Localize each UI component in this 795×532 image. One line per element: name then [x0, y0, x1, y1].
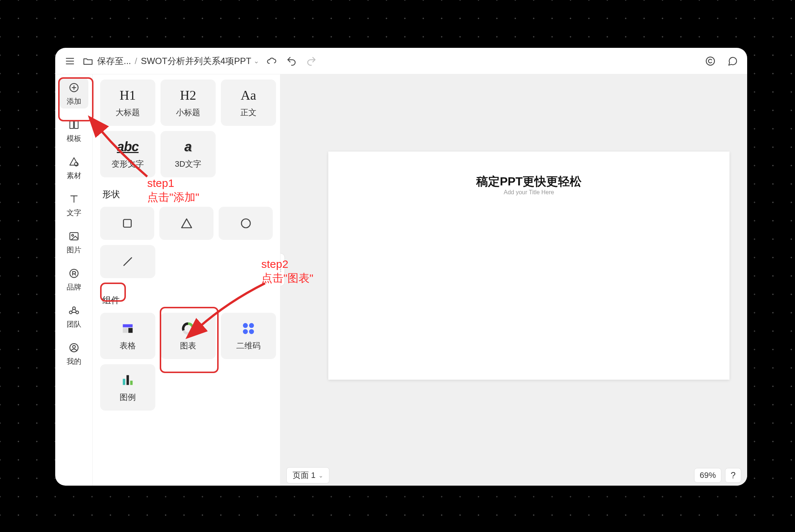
- topbar: 保存至... / SWOT分析并列关系4项PPT ⌄: [55, 48, 747, 74]
- cloud-sync-button[interactable]: [264, 54, 279, 68]
- chevron-left-icon: ‹: [280, 266, 282, 274]
- legend-icon: [120, 372, 135, 388]
- svg-point-21: [241, 219, 250, 228]
- card-chart[interactable]: 图表: [160, 313, 216, 359]
- comment-button[interactable]: [725, 54, 740, 68]
- zoom-label: 69%: [700, 471, 716, 480]
- svg-point-27: [243, 323, 248, 328]
- svg-point-3: [706, 57, 715, 65]
- svg-point-19: [73, 345, 75, 348]
- aa-icon: Aa: [241, 87, 256, 103]
- hamburger-icon: [64, 56, 75, 67]
- slide-subtitle: Add your Title Here: [328, 189, 729, 196]
- svg-rect-23: [123, 324, 133, 327]
- svg-point-13: [71, 234, 73, 236]
- bottom-bar: 页面 1 ⌄ 69% ?: [280, 465, 747, 486]
- rail-team-label: 团队: [67, 319, 81, 329]
- template-icon: [67, 118, 81, 131]
- svg-rect-12: [70, 233, 78, 240]
- slide[interactable]: 稿定PPT更快更轻松 Add your Title Here: [328, 152, 729, 380]
- app-body: 添加 模板 素材 文字: [55, 74, 747, 486]
- chat-icon: [727, 56, 738, 67]
- triangle-icon: [180, 217, 193, 230]
- registered-icon: [67, 267, 81, 280]
- card-h1-label: 大标题: [116, 107, 140, 118]
- h1-icon: H1: [120, 87, 136, 103]
- text-icon: [67, 192, 81, 206]
- shape-line[interactable]: [100, 245, 155, 278]
- rail-mine[interactable]: 我的: [60, 338, 88, 369]
- card-h1[interactable]: H1 大标题: [100, 79, 155, 126]
- svg-point-28: [249, 323, 254, 328]
- card-table[interactable]: 表格: [100, 313, 155, 359]
- page-selector[interactable]: 页面 1 ⌄: [286, 467, 329, 483]
- zoom-level[interactable]: 69%: [694, 468, 721, 483]
- rail-add-label: 添加: [67, 96, 81, 106]
- rail-material[interactable]: 素材: [60, 152, 88, 183]
- svg-rect-7: [70, 121, 73, 128]
- card-qrcode-label: 二维码: [236, 340, 261, 351]
- shape-square[interactable]: [100, 207, 154, 240]
- card-warp-label: 变形文字: [112, 159, 144, 170]
- breadcrumb[interactable]: 保存至... / SWOT分析并列关系4项PPT ⌄: [82, 55, 259, 67]
- rail-brand-label: 品牌: [67, 282, 81, 292]
- square-icon: [121, 217, 134, 230]
- rail-material-label: 素材: [67, 171, 81, 181]
- card-legend[interactable]: 图例: [100, 364, 155, 411]
- card-warp-text[interactable]: abc 变形文字: [100, 131, 155, 177]
- document-title-text: SWOT分析并列关系4项PPT: [141, 55, 251, 67]
- card-3d-text[interactable]: a 3D文字: [160, 131, 216, 177]
- app-window: 保存至... / SWOT分析并列关系4项PPT ⌄: [55, 48, 747, 486]
- rail-brand[interactable]: 品牌: [60, 264, 88, 294]
- svg-line-22: [124, 258, 132, 266]
- image-icon: [67, 230, 81, 243]
- rail-mine-label: 我的: [67, 357, 81, 366]
- cloud-icon: [266, 56, 277, 67]
- rail-add[interactable]: 添加: [60, 78, 88, 109]
- save-to-label: 保存至...: [97, 55, 131, 67]
- rail-image[interactable]: 图片: [60, 227, 88, 257]
- svg-rect-31: [123, 379, 126, 385]
- slide-title: 稿定PPT更快更轻松: [328, 174, 729, 190]
- canvas-viewport[interactable]: ‹ 稿定PPT更快更轻松 Add your Title Here: [280, 74, 747, 465]
- svg-point-30: [249, 329, 254, 334]
- components-grid: 表格 图表: [100, 313, 273, 411]
- left-rail: 添加 模板 素材 文字: [55, 74, 93, 486]
- rail-team[interactable]: 团队: [60, 301, 88, 331]
- copyright-icon: [705, 56, 716, 67]
- card-chart-label: 图表: [180, 340, 196, 351]
- table-icon: [120, 320, 135, 337]
- card-body-label: 正文: [240, 107, 257, 118]
- rail-text[interactable]: 文字: [60, 189, 88, 220]
- svg-point-14: [70, 269, 78, 278]
- shape-triangle[interactable]: [159, 207, 213, 240]
- 3d-text-icon: a: [184, 139, 192, 155]
- h2-icon: H2: [180, 87, 196, 103]
- menu-button[interactable]: [63, 54, 77, 68]
- help-label: ?: [731, 470, 735, 480]
- svg-rect-24: [123, 328, 128, 333]
- circle-icon: [239, 217, 252, 230]
- card-h2[interactable]: H2 小标题: [160, 79, 216, 126]
- svg-rect-25: [128, 328, 133, 333]
- team-icon: [67, 304, 81, 317]
- warp-text-icon: abc: [117, 139, 138, 155]
- panel-collapse-handle[interactable]: ‹: [280, 253, 285, 286]
- user-icon: [67, 341, 81, 354]
- help-button[interactable]: ?: [725, 468, 741, 483]
- redo-button[interactable]: [304, 54, 319, 68]
- document-title[interactable]: SWOT分析并列关系4项PPT ⌄: [141, 55, 259, 67]
- rail-image-label: 图片: [67, 245, 81, 255]
- rail-template[interactable]: 模板: [60, 115, 88, 146]
- page-label: 页面 1: [293, 470, 315, 481]
- copyright-button[interactable]: [703, 54, 718, 68]
- undo-button[interactable]: [284, 54, 299, 68]
- qrcode-icon: [241, 320, 256, 337]
- card-qrcode[interactable]: 二维码: [221, 313, 276, 359]
- card-body[interactable]: Aa 正文: [221, 79, 276, 126]
- text-cards-grid: H1 大标题 H2 小标题 Aa 正文 abc 变形文字 a 3D文字: [100, 79, 273, 177]
- card-h2-label: 小标题: [176, 107, 200, 118]
- svg-point-29: [243, 329, 248, 334]
- shape-circle[interactable]: [219, 207, 273, 240]
- section-shapes-title: 形状: [100, 188, 122, 201]
